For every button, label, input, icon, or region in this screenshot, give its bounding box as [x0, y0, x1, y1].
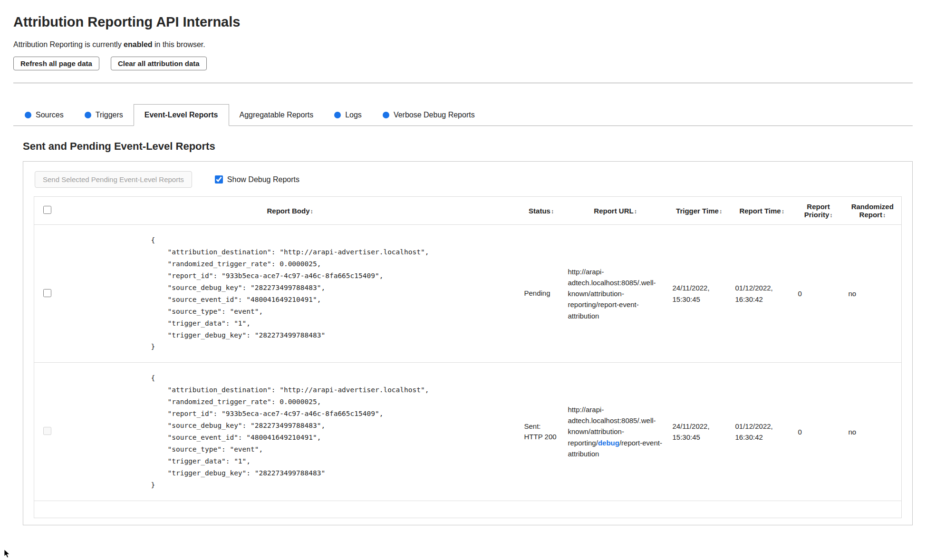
- trigger-time: 24/11/2022, 15:30:45: [668, 225, 731, 363]
- sort-icon: ↕: [310, 208, 313, 215]
- tab-label: Aggregatable Reports: [240, 111, 314, 119]
- report-body-json: { "attribution_destination": "http://ara…: [151, 234, 429, 353]
- select-all-checkbox[interactable]: [43, 206, 51, 214]
- status-text-prefix: Attribution Reporting is currently: [13, 40, 124, 48]
- select-all-header-cell: [34, 197, 61, 225]
- tab-aggregatable-reports[interactable]: Aggregatable Reports: [229, 105, 324, 126]
- sort-icon: ↕: [719, 208, 722, 215]
- status-dot-icon: [25, 112, 31, 118]
- report-priority: 0: [793, 363, 844, 501]
- refresh-all-page-data-button[interactable]: Refresh all page data: [13, 57, 99, 70]
- column-header-report-priority[interactable]: Report Priority↕: [793, 197, 844, 225]
- row-select-checkbox[interactable]: [43, 289, 51, 297]
- report-time: 01/12/2022, 16:30:42: [731, 363, 793, 501]
- sort-icon: ↕: [634, 208, 637, 215]
- show-debug-reports-label: Show Debug Reports: [227, 175, 299, 184]
- column-header-label: Trigger Time: [676, 207, 719, 215]
- tab-strip: SourcesTriggersEvent-Level ReportsAggreg…: [13, 104, 913, 126]
- sort-icon: ↕: [883, 212, 886, 219]
- tab-triggers[interactable]: Triggers: [74, 105, 134, 126]
- report-row: { "attribution_destination": "http://ara…: [34, 225, 902, 363]
- report-status: Pending: [520, 225, 563, 363]
- tab-label: Triggers: [96, 111, 123, 119]
- status-line: Attribution Reporting is currently enabl…: [13, 40, 913, 49]
- column-header-label: Report Time: [739, 207, 781, 215]
- top-actions: Refresh all page data Clear all attribut…: [13, 57, 913, 70]
- status-dot-icon: [334, 112, 341, 118]
- trigger-time: 24/11/2022, 15:30:45: [668, 363, 731, 501]
- column-header-trigger-time[interactable]: Trigger Time↕: [668, 197, 731, 225]
- column-header-report-time[interactable]: Report Time↕: [731, 197, 793, 225]
- page-title: Attribution Reporting API Internals: [13, 14, 913, 30]
- column-header-label: Report URL: [594, 207, 633, 215]
- event-level-reports-panel: Send Selected Pending Event-Level Report…: [23, 161, 913, 525]
- status-dot-icon: [383, 112, 389, 118]
- column-header-label: Report Priority: [804, 203, 830, 219]
- tab-label: Event-Level Reports: [145, 111, 218, 119]
- sort-icon: ↕: [551, 208, 554, 215]
- report-body-json: { "attribution_destination": "http://ara…: [151, 372, 429, 491]
- clear-all-attribution-data-button[interactable]: Clear all attribution data: [111, 57, 207, 70]
- status-dot-icon: [85, 112, 91, 118]
- tab-logs[interactable]: Logs: [324, 105, 372, 126]
- reports-table-footer: [34, 501, 902, 518]
- report-priority: 0: [793, 225, 844, 363]
- report-body-cell: { "attribution_destination": "http://ara…: [61, 363, 520, 501]
- tab-sources[interactable]: Sources: [14, 105, 74, 126]
- reports-table: Report Body↕ Status↕ Report URL↕ Trigger…: [34, 196, 902, 518]
- report-url: http://arapi-adtech.localhost:8085/.well…: [563, 225, 668, 363]
- reports-toolbar: Send Selected Pending Event-Level Report…: [34, 170, 902, 191]
- randomized-report: no: [844, 225, 902, 363]
- sort-icon: ↕: [830, 212, 832, 219]
- column-header-randomized-report[interactable]: Randomized Report↕: [844, 197, 902, 225]
- randomized-report: no: [844, 363, 902, 501]
- column-header-status[interactable]: Status↕: [520, 197, 563, 225]
- report-body-cell: { "attribution_destination": "http://ara…: [61, 225, 520, 363]
- report-url-debug-segment: debug: [598, 439, 619, 447]
- reports-table-header: Report Body↕ Status↕ Report URL↕ Trigger…: [34, 197, 902, 225]
- row-select-cell: [34, 363, 61, 501]
- report-time: 01/12/2022, 16:30:42: [731, 225, 793, 363]
- send-selected-pending-reports-button[interactable]: Send Selected Pending Event-Level Report…: [35, 171, 192, 188]
- report-status: Sent: HTTP 200: [520, 363, 563, 501]
- row-select-cell: [34, 225, 61, 363]
- column-header-report-body[interactable]: Report Body↕: [61, 197, 520, 225]
- tab-label: Logs: [345, 111, 362, 119]
- sort-icon: ↕: [781, 208, 784, 215]
- section-heading: Sent and Pending Event-Level Reports: [23, 140, 913, 153]
- empty-footer-row: [34, 501, 902, 518]
- column-header-report-url[interactable]: Report URL↕: [563, 197, 668, 225]
- show-debug-reports-toggle[interactable]: Show Debug Reports: [215, 175, 299, 184]
- status-enabled-text: enabled: [124, 40, 152, 48]
- tab-event-level-reports[interactable]: Event-Level Reports: [134, 104, 229, 126]
- report-row: { "attribution_destination": "http://ara…: [34, 363, 902, 501]
- column-header-label: Randomized Report: [851, 203, 894, 219]
- report-url: http://arapi-adtech.localhost:8085/.well…: [563, 363, 668, 501]
- reports-table-body: { "attribution_destination": "http://ara…: [34, 225, 902, 501]
- status-text-suffix: in this browser.: [153, 40, 205, 48]
- tab-label: Sources: [36, 111, 64, 119]
- tab-verbose-debug-reports[interactable]: Verbose Debug Reports: [372, 105, 485, 126]
- horizontal-divider: [13, 83, 913, 83]
- row-select-checkbox: [43, 427, 51, 435]
- tab-label: Verbose Debug Reports: [394, 111, 475, 119]
- attribution-internals-page: Attribution Reporting API Internals Attr…: [0, 0, 926, 525]
- mouse-cursor-icon: [4, 550, 10, 558]
- column-header-label: Status: [529, 207, 550, 215]
- show-debug-reports-checkbox[interactable]: [215, 175, 223, 183]
- column-header-label: Report Body: [267, 207, 310, 215]
